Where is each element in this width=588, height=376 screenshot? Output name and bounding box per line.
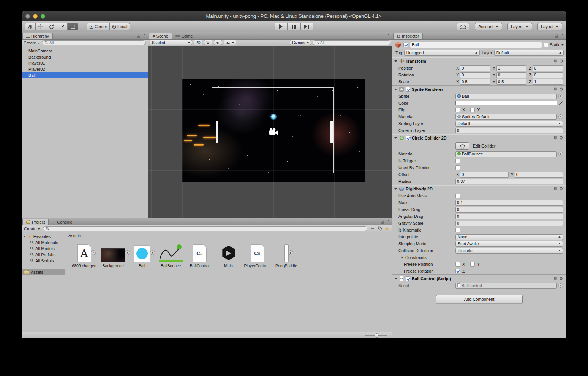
favorite-item-all-models[interactable]: All Models [22, 246, 65, 252]
value-input[interactable] [455, 179, 563, 184]
layer-dropdown[interactable]: Default [494, 50, 564, 56]
help-book-icon[interactable] [553, 136, 558, 140]
eyedropper-icon[interactable] [559, 101, 563, 105]
component-header[interactable]: Sprite Renderer [392, 85, 566, 93]
layers-dropdown[interactable]: Layers [507, 23, 532, 30]
scale-tool-button[interactable] [57, 23, 67, 30]
hierarchy-create-button[interactable]: Create [24, 41, 40, 45]
foldout-arrow[interactable] [394, 89, 397, 92]
object-picker-button[interactable] [558, 114, 563, 119]
asset-scale-slider[interactable] [365, 335, 387, 336]
project-create-button[interactable]: Create [24, 227, 40, 231]
foldout-arrow[interactable] [394, 278, 397, 281]
tab-project[interactable]: Project [22, 219, 49, 225]
asset-background[interactable]: Background [99, 243, 127, 268]
lock-icon[interactable] [137, 34, 140, 38]
is-trigger-checkbox[interactable] [455, 159, 460, 163]
scene-search[interactable] [313, 40, 390, 45]
zoom-button[interactable] [41, 14, 45, 19]
dropdown[interactable]: Discrete [455, 248, 563, 254]
move-tool-button[interactable] [35, 23, 46, 30]
help-book-icon[interactable] [553, 187, 558, 191]
value-input[interactable] [455, 207, 563, 213]
player01-paddle[interactable] [216, 121, 218, 143]
tag-dropdown[interactable]: Untagged [404, 50, 480, 56]
tab-inspector[interactable]: Inspector [393, 33, 423, 39]
search-by-type-icon[interactable] [370, 226, 375, 232]
player02-paddle[interactable] [330, 121, 333, 143]
project-search[interactable] [43, 226, 367, 231]
scene-viewport[interactable] [148, 46, 392, 218]
rotate-tool-button[interactable] [46, 23, 57, 30]
asset-ballbounce[interactable]: BallBounce [156, 243, 185, 268]
foldout-arrow[interactable] [394, 188, 397, 191]
color-swatch[interactable] [455, 101, 557, 105]
axis-input[interactable] [460, 65, 490, 71]
dropdown[interactable]: Default [455, 121, 563, 127]
layout-dropdown[interactable]: Layout [537, 23, 562, 30]
used-by-effector-checkbox[interactable] [455, 165, 460, 170]
favorites-root[interactable]: ★ Favorites [22, 233, 65, 240]
favorite-item-all-prefabs[interactable]: All Prefabs [22, 252, 65, 258]
favorite-item-all-materials[interactable]: All Materials [22, 240, 65, 246]
help-book-icon[interactable] [553, 276, 558, 281]
gear-icon[interactable] [559, 136, 563, 140]
favorite-search-icon[interactable]: ★ [385, 227, 389, 231]
search-by-label-icon[interactable] [378, 226, 382, 232]
object-field[interactable]: BallControl [455, 283, 557, 289]
step-button[interactable] [300, 23, 313, 30]
foldout-arrow[interactable] [23, 236, 26, 239]
value-input[interactable] [455, 214, 563, 219]
freeze-position-y-checkbox[interactable] [470, 262, 475, 267]
tab-hierarchy[interactable]: Hierarchy [22, 33, 53, 39]
asset-expand-button[interactable] [125, 250, 130, 255]
axis-input[interactable] [533, 72, 563, 78]
static-dropdown-icon[interactable] [561, 44, 564, 47]
help-book-icon[interactable] [553, 59, 558, 63]
object-field[interactable]: BallBounce [455, 151, 557, 157]
panel-menu-icon[interactable] [387, 220, 390, 224]
asset-expand-button[interactable] [150, 250, 155, 255]
scene-search-input[interactable] [320, 41, 388, 45]
audio-toggle-button[interactable] [214, 40, 222, 45]
value-input[interactable] [455, 221, 563, 226]
axis-input[interactable] [515, 172, 563, 178]
foldout-arrow[interactable] [401, 257, 404, 260]
axis-input[interactable] [533, 79, 563, 85]
asset-ballcontrol[interactable]: C#BallControl [185, 243, 214, 268]
axis-input[interactable] [533, 65, 563, 71]
asset-6809-chargen[interactable]: A6809 chargen [70, 243, 98, 268]
gear-icon[interactable] [559, 87, 563, 91]
ball-object[interactable] [270, 114, 277, 120]
gear-icon[interactable] [559, 276, 563, 281]
axis-input[interactable] [460, 72, 490, 78]
gear-icon[interactable] [559, 59, 563, 63]
close-button[interactable] [25, 14, 30, 19]
object-field[interactable]: Sprites-Default [455, 114, 557, 120]
account-dropdown[interactable]: Account [475, 23, 502, 30]
flip-x-checkbox[interactable] [455, 108, 460, 112]
freeze-position-x-checkbox[interactable] [455, 262, 460, 267]
dropdown[interactable]: None [455, 234, 563, 240]
lighting-toggle-button[interactable] [204, 40, 212, 45]
gameobject-name-field[interactable] [410, 42, 542, 48]
panel-menu-icon[interactable] [142, 34, 146, 38]
panel-menu-icon[interactable] [561, 34, 564, 38]
slider-knob[interactable] [375, 333, 379, 338]
asset-expand-button[interactable] [91, 250, 96, 255]
is-kinematic-checkbox[interactable] [455, 228, 460, 232]
rect-tool-button[interactable] [67, 23, 78, 30]
hierarchy-item-player01[interactable]: Player01 [22, 60, 148, 66]
gear-icon[interactable] [559, 187, 563, 191]
axis-input[interactable] [496, 65, 526, 71]
pivot-center-button[interactable]: Center [87, 23, 109, 30]
project-search-input[interactable] [51, 227, 365, 231]
edit-collider-button[interactable] [455, 142, 469, 150]
favorite-item-all-scripts[interactable]: All Scripts [22, 258, 65, 264]
hierarchy-item-maincamera[interactable]: MainCamera [22, 48, 148, 54]
help-book-icon[interactable] [553, 87, 558, 91]
pivot-local-button[interactable]: Local [109, 23, 130, 30]
object-field[interactable]: Ball [455, 94, 557, 99]
title-bar[interactable]: Main.unity - unity-pong - PC, Mac & Linu… [22, 11, 566, 21]
minimize-button[interactable] [33, 14, 38, 19]
